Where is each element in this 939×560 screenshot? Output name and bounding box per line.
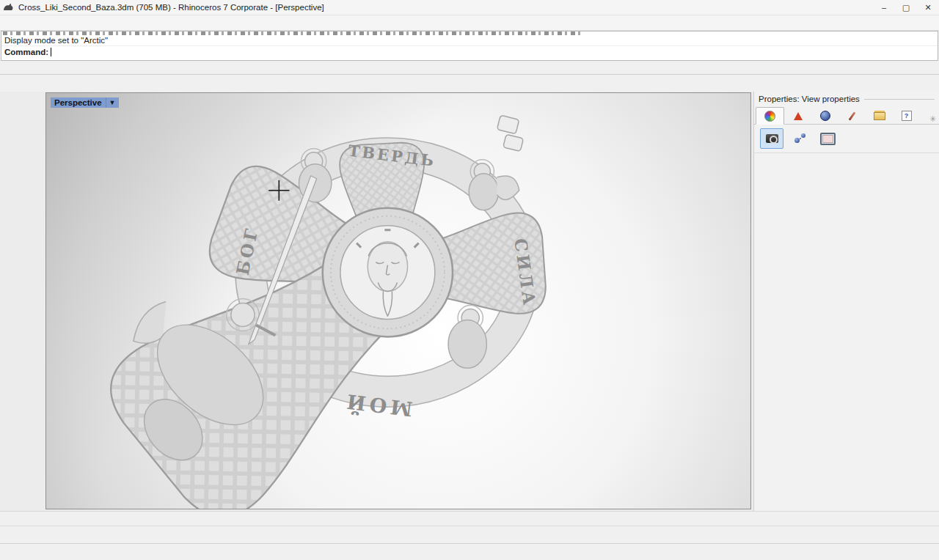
clipped-history-line <box>3 32 583 35</box>
menu-bar <box>0 15 939 31</box>
folder-tab[interactable] <box>866 108 893 124</box>
properties-header: Properties: View properties <box>754 92 939 105</box>
maximize-button[interactable]: ▢ <box>895 1 917 15</box>
red-cone-icon <box>794 112 803 120</box>
model-cross: ТВЕРДЬ БОГ СИЛА МОЙ <box>92 115 547 509</box>
monitor-subtab[interactable] <box>816 128 839 149</box>
minimize-button[interactable]: – <box>873 1 895 15</box>
object-sphere-tab[interactable] <box>811 108 838 124</box>
main-area: Perspective ▼ <box>0 92 939 511</box>
rhino-app-icon <box>3 2 15 12</box>
molecule-subtab[interactable] <box>788 128 811 149</box>
notes-icon: ? <box>902 111 912 121</box>
perspective-viewport[interactable]: Perspective ▼ <box>45 92 751 509</box>
osnap-bar <box>0 526 939 544</box>
close-button[interactable]: ✕ <box>917 1 939 15</box>
viewport-title-text: Perspective <box>51 97 106 108</box>
panel-gear-icon[interactable]: ✳ <box>929 114 938 124</box>
command-history-line: Display mode set to "Arctic" <box>1 35 938 46</box>
properties-panel: Properties: View properties ? ✳ <box>753 92 939 511</box>
viewport-title-label[interactable]: Perspective ▼ <box>51 97 119 108</box>
color-wheel-icon <box>764 111 775 122</box>
properties-wheel-tab[interactable] <box>756 107 784 125</box>
properties-header-text: Properties: View properties <box>759 95 860 103</box>
properties-tab-row: ? ✳ <box>754 105 939 125</box>
window-controls: – ▢ ✕ <box>873 1 939 15</box>
command-prompt[interactable]: Command: <box>1 46 938 58</box>
camera-subtab[interactable] <box>760 128 783 149</box>
view-properties-subtabs <box>754 125 939 153</box>
display-cone-tab[interactable] <box>784 108 811 124</box>
command-prompt-label: Command: <box>4 48 48 56</box>
title-bar: Cross_Liki_Second_Baza.3dm (705 MB) - Rh… <box>0 0 939 15</box>
folder-icon <box>874 112 885 120</box>
paintbrush-tab[interactable] <box>838 108 866 124</box>
camera-icon <box>766 134 778 143</box>
viewport-title-dropdown-icon[interactable]: ▼ <box>106 98 119 107</box>
center-medallion <box>323 208 453 337</box>
command-area[interactable]: Display mode set to "Arctic" Command: <box>1 31 938 61</box>
paintbrush-icon <box>849 111 856 120</box>
pendant-loop <box>497 115 523 151</box>
left-toolbar <box>0 92 45 511</box>
status-bar <box>0 543 939 560</box>
text-caret <box>51 48 51 56</box>
viewport-tab-strip <box>0 511 939 526</box>
toolbar-tab-strip <box>0 61 939 75</box>
monitor-icon <box>820 133 836 145</box>
dark-sphere-icon <box>820 111 830 121</box>
window-title: Cross_Liki_Second_Baza.3dm (705 MB) - Rh… <box>18 3 324 12</box>
notes-tab[interactable]: ? <box>893 108 920 124</box>
molecule-icon <box>794 133 805 144</box>
model-cross-render: ТВЕРДЬ БОГ СИЛА МОЙ <box>46 93 750 509</box>
